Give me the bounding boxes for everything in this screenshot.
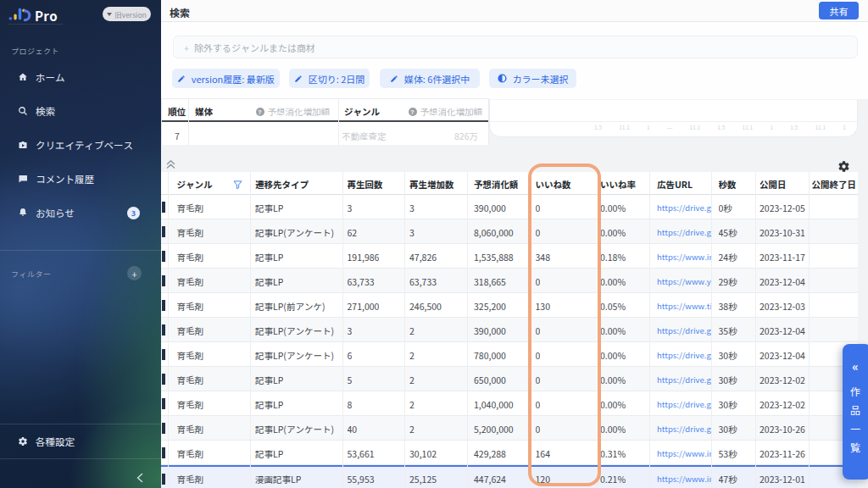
filter-chip-label: version履歴: 最新版: [192, 72, 275, 86]
cell-spend: 8,060,000: [474, 226, 514, 239]
sidebar-item-search[interactable]: 検索: [0, 94, 161, 128]
column-header-rank[interactable]: 順位: [168, 105, 186, 118]
column-header-expected-spend-increase[interactable]: ?予想消化増加額: [256, 105, 331, 118]
thumbnail-edge: [162, 374, 166, 385]
cell-seconds: 0秒: [719, 202, 732, 214]
cell-plays: 63,733: [348, 275, 375, 288]
column-header[interactable]: 遷移先タイプ: [255, 178, 309, 191]
cell-published: 2023-10-31: [760, 226, 805, 239]
table-row[interactable]: 育毛剤記事LP63,73363,733318,66500.00%https://…: [161, 269, 858, 293]
column-header[interactable]: いいね数: [536, 178, 571, 191]
cell-url[interactable]: https://drive.g: [657, 423, 711, 435]
home-icon: [18, 72, 28, 82]
table-row[interactable]: 育毛剤記事LP(アンケート)32390,00000.00%https://dri…: [161, 318, 858, 342]
cell-like_rate: 0.18%: [600, 251, 626, 263]
cell-like_rate: 0.00%: [600, 275, 626, 288]
cell-url[interactable]: https://www.yc: [657, 275, 711, 287]
table-row[interactable]: 育毛剤記事LP33390,00000.00%https://drive.g0秒2…: [161, 195, 858, 219]
works-list-tab-label: 作品一覧: [843, 384, 868, 454]
sidebar-item-notifications[interactable]: お知らせ3: [0, 196, 161, 230]
cell-seconds: 45秒: [719, 226, 737, 239]
sidebar-item-creative-base[interactable]: クリエイティブベース: [0, 128, 161, 162]
cell-plays_delta: 30,102: [409, 447, 437, 460]
cell-url[interactable]: https://drive.g: [657, 226, 711, 238]
preview-card: 1.511.11—11.11.511.111.511.11: [489, 100, 858, 137]
thumbnail-edge: [162, 398, 166, 409]
sidebar: Pro 旧version プロジェクト ホーム検索クリエイティブベースコメント履…: [0, 0, 161, 488]
exclude-genre-input[interactable]: + 除外するジャンルまたは商材: [173, 36, 858, 58]
sidebar-item-comment-history[interactable]: コメント履歴: [0, 162, 161, 196]
cell-url[interactable]: https://www.in: [657, 447, 711, 459]
column-header-expected-spend-increase[interactable]: ?予想消化増加額: [409, 105, 483, 118]
table-row[interactable]: 育毛剤記事LP(アンケート)4025,200,00000.00%https://…: [161, 416, 858, 441]
cell-url[interactable]: https://drive.g: [657, 398, 711, 410]
table-row[interactable]: 育毛剤記事LP53,66130,102429,2881640.31%https:…: [161, 441, 858, 465]
ranking-table: 順位 媒体 ?予想消化増加額 ジャンル ?予想消化増加額 7 不動産査定 826…: [161, 98, 489, 145]
table-row[interactable]: 育毛剤記事LP(アンケート)62780,00000.00%https://dri…: [161, 342, 858, 367]
column-header[interactable]: 公開終了日: [812, 178, 857, 191]
table-row[interactable]: 育毛剤漫画記事LP55,95325,125447,6241200.21%http…: [161, 465, 858, 488]
column-header[interactable]: 再生回数: [348, 178, 383, 191]
cell-spend: 390,000: [474, 202, 506, 214]
table-row[interactable]: 育毛剤記事LP(アンケート)6238,060,00000.00%https://…: [161, 219, 858, 244]
column-header[interactable]: 公開日: [760, 178, 787, 191]
cell-url[interactable]: https://drive.g: [657, 374, 711, 385]
table-row[interactable]: 育毛剤記事LP191,98647,8261,535,8883480.18%htt…: [161, 244, 858, 269]
old-version-button[interactable]: 旧version: [103, 7, 151, 21]
tab-label-char: 一: [850, 421, 860, 435]
cell-likes: 348: [536, 251, 550, 263]
cell-url[interactable]: https://www.in: [657, 251, 711, 263]
cell-plays_delta: 246,500: [409, 300, 442, 313]
collapse-up-icon[interactable]: [166, 153, 175, 164]
cell-url[interactable]: https://www.in: [657, 473, 711, 485]
column-header[interactable]: 再生増加数: [409, 178, 454, 191]
sidebar-item-label: コメント履歴: [36, 172, 94, 186]
thumbnail-edge: [162, 349, 166, 360]
cell-plays_delta: 2: [409, 398, 415, 411]
thumbnail-edge: [162, 300, 166, 311]
add-filter-button[interactable]: +: [127, 266, 142, 280]
table-row[interactable]: 育毛剤記事LP52650,00000.00%https://drive.g30秒…: [161, 367, 858, 391]
comment-icon: [18, 174, 28, 184]
cell-likes: 0: [536, 374, 541, 386]
column-header[interactable]: 秒数: [719, 178, 737, 191]
table-row[interactable]: 育毛剤記事LP821,040,00000.00%https://drive.g3…: [161, 391, 858, 416]
sidebar-item-settings[interactable]: 各種設定: [0, 424, 161, 458]
cell-type: 記事LP: [255, 275, 283, 288]
cell-url[interactable]: https://www.tik: [657, 300, 711, 312]
column-header-media[interactable]: 媒体: [195, 105, 213, 118]
tab-label-char: 覧: [850, 440, 860, 454]
cell-type: 記事LP(前アンケ): [255, 300, 325, 313]
filter-chip-0[interactable]: version履歴: 最新版: [172, 69, 281, 88]
cell-published: 2023-12-04: [760, 324, 805, 337]
cell-likes: 0: [536, 398, 541, 411]
sidebar-item-home[interactable]: ホーム: [0, 60, 161, 94]
column-header[interactable]: ジャンル: [177, 178, 213, 191]
filter-chip-2[interactable]: 媒体: 6件選択中: [380, 69, 480, 88]
filter-funnel-icon[interactable]: [233, 179, 242, 191]
column-header[interactable]: 広告URL: [657, 178, 693, 191]
cell-url[interactable]: https://drive.g: [657, 324, 711, 336]
table-row[interactable]: 育毛剤記事LP(前アンケ)271,000246,500325,2001300.0…: [161, 293, 858, 318]
filter-chip-3[interactable]: カラー未選択: [489, 69, 576, 88]
cell-plays_delta: 47,826: [409, 251, 437, 263]
cell-like_rate: 0.00%: [600, 349, 626, 362]
column-header-genre[interactable]: ジャンル: [344, 105, 380, 118]
cell-likes: 0: [536, 226, 541, 239]
sidebar-collapse-icon[interactable]: [134, 469, 146, 482]
cell-url[interactable]: https://drive.g: [657, 349, 711, 361]
cell-spend: 650,000: [474, 374, 506, 386]
cell-likes: 164: [536, 447, 550, 460]
cell-seconds: 30秒: [719, 349, 737, 362]
table-settings-gear-icon[interactable]: [837, 157, 850, 169]
column-header[interactable]: いいね率: [600, 178, 636, 191]
column-header[interactable]: 予想消化額: [474, 178, 519, 191]
cell-seconds: 30秒: [719, 398, 737, 411]
cell-type: 記事LP: [255, 398, 283, 411]
filter-chip-1[interactable]: 区切り: 2日間: [289, 69, 370, 88]
share-button[interactable]: 共有: [819, 2, 859, 19]
divider: [8, 24, 63, 25]
cell-url[interactable]: https://drive.g: [657, 202, 711, 214]
works-list-tab[interactable]: « 作品一覧: [843, 344, 868, 480]
cell-spend: 429,288: [474, 447, 506, 460]
